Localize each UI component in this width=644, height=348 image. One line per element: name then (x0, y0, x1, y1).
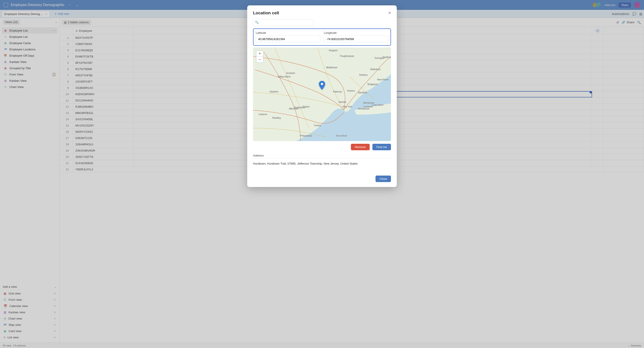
map-city-label: Toms River (336, 134, 347, 137)
zoom-in-button[interactable]: + (256, 51, 263, 57)
longitude-label: Longitude (324, 31, 388, 34)
svg-point-1 (321, 83, 323, 85)
longitude-input[interactable] (324, 36, 388, 42)
close-icon[interactable]: × (388, 10, 391, 16)
map-city-label: Stamford (358, 91, 367, 94)
location-search-input[interactable] (253, 19, 314, 26)
map-city-label: Wilkes-Barre (278, 76, 291, 78)
modal-overlay: Location cell × 🔍 Latitude Longitude (0, 0, 644, 348)
address-text: Hurdtown, Hurdtown Trail, 07885, Jeffers… (253, 160, 391, 168)
map-city-label: Scranton (286, 72, 295, 74)
map-city-label: Yonkers (347, 90, 355, 92)
zoom-out-button[interactable]: − (256, 57, 263, 62)
map-marker-icon (319, 81, 325, 90)
map-city-label: Poughkeepsie (340, 55, 354, 57)
address-label: Address (253, 154, 391, 157)
map-city-label: Reading (272, 117, 280, 119)
map-city-label: Kingston (329, 49, 338, 52)
remove-button[interactable]: Remove (351, 144, 370, 150)
latitude-input[interactable] (256, 36, 320, 42)
map-zoom: + − (256, 50, 263, 63)
location-cell-modal: Location cell × 🔍 Latitude Longitude (247, 5, 397, 187)
map-city-label: Waterbury (370, 68, 381, 70)
search-icon: 🔍 (255, 20, 259, 24)
map-city-label: Long Island (372, 104, 383, 106)
location-search: 🔍 (253, 19, 391, 26)
latlng-group: Latitude Longitude (253, 28, 391, 46)
find-me-button[interactable]: Find me (372, 144, 391, 150)
map-city-label: Middletown (326, 66, 338, 69)
map-city-label: Levittown (364, 106, 373, 108)
map-city-label: Hazleton (270, 90, 278, 93)
map-city-label: Danbury (359, 74, 368, 76)
map-city-label: New Haven (377, 78, 389, 81)
map-city-label: Trenton (314, 124, 321, 127)
map-city-label: Bridgeport (368, 83, 378, 86)
map-city-label: Bethlehem (294, 106, 305, 109)
map-city-label: Torrington (374, 57, 384, 59)
map-city-label: Newark (338, 101, 346, 103)
latitude-label: Latitude (256, 31, 320, 34)
close-button[interactable]: Close (376, 176, 391, 182)
map[interactable]: ScrantonWilkes-BarreAllentownEastonReadi… (253, 48, 391, 141)
map-city-label: Philadelphia (300, 134, 312, 137)
map-city-label: Paterson (333, 90, 342, 93)
map-city-label: Lebanon (259, 113, 267, 116)
modal-title: Location cell (253, 10, 279, 16)
map-city-label: New York (342, 106, 352, 108)
